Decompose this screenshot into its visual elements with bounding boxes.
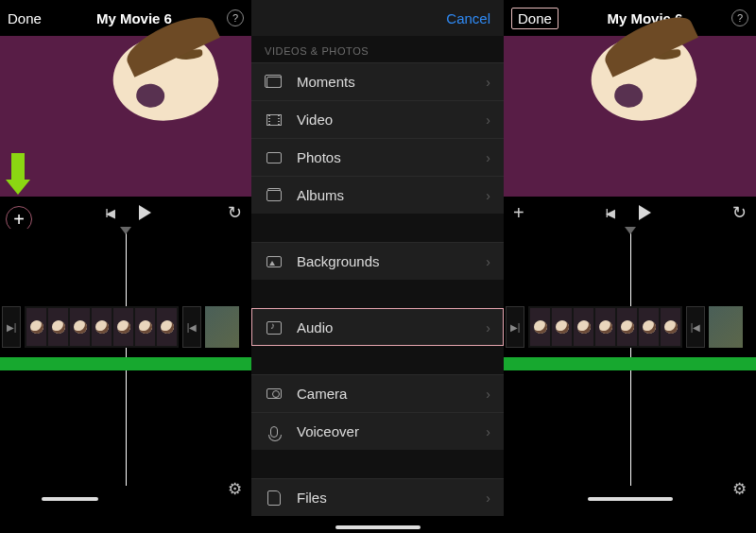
home-indicator — [42, 497, 98, 501]
row-label: Voiceover — [297, 423, 486, 439]
transport-bar: I◀ ↺ — [0, 197, 251, 229]
row-files[interactable]: Files › — [251, 478, 504, 516]
preview-art — [104, 24, 227, 132]
chevron-right-icon: › — [486, 387, 490, 402]
camera-icon — [265, 385, 284, 404]
chevron-right-icon: › — [486, 112, 490, 128]
chevron-right-icon: › — [486, 188, 490, 203]
settings-icon[interactable]: ⚙ — [732, 479, 747, 499]
row-label: Video — [297, 112, 486, 128]
add-media-button[interactable]: + — [513, 202, 524, 224]
play-button[interactable] — [639, 205, 651, 220]
chevron-right-icon: › — [486, 254, 490, 269]
backgrounds-icon — [265, 252, 284, 271]
settings-icon[interactable]: ⚙ — [228, 479, 242, 499]
picker-top-bar: Cancel — [251, 0, 504, 36]
row-label: Camera — [297, 386, 486, 402]
skip-start-button[interactable]: I◀ — [105, 206, 112, 220]
chevron-right-icon: › — [486, 320, 490, 335]
section-gap — [251, 280, 504, 308]
top-bar: Done My Movie 6 ? — [504, 0, 756, 36]
chevron-right-icon: › — [486, 150, 490, 165]
video-clip[interactable] — [25, 306, 179, 348]
timeline[interactable]: ▶| |◀ ⚙ — [0, 229, 251, 505]
moments-icon — [265, 73, 284, 92]
video-preview — [504, 36, 756, 197]
clip-next[interactable] — [205, 306, 239, 348]
row-video[interactable]: Video › — [251, 100, 504, 138]
video-clip[interactable] — [528, 306, 682, 348]
clip-handle-right[interactable]: |◀ — [686, 306, 705, 348]
row-photos[interactable]: Photos › — [251, 138, 504, 176]
chevron-right-icon: › — [486, 424, 490, 439]
help-icon[interactable]: ? — [227, 9, 244, 26]
help-icon[interactable]: ? — [731, 9, 748, 26]
done-button[interactable]: Done — [8, 10, 42, 26]
section-gap — [251, 346, 504, 374]
clip-handle-left[interactable]: ▶| — [2, 306, 21, 348]
clip-handle-right[interactable]: |◀ — [182, 306, 201, 348]
photos-icon — [265, 148, 284, 167]
tutorial-arrow-icon — [6, 153, 30, 195]
audio-track[interactable] — [504, 357, 756, 370]
editor-panel-step3: Done My Movie 6 ? + I◀ ↺ ▶| — [504, 0, 756, 533]
row-moments[interactable]: Moments › — [251, 62, 504, 100]
section-gap — [251, 214, 504, 242]
row-label: Backgrounds — [297, 253, 486, 269]
video-preview — [0, 36, 251, 197]
section-gap — [251, 450, 504, 478]
clip-row: ▶| |◀ — [0, 304, 251, 350]
row-label: Albums — [297, 187, 486, 203]
undo-button[interactable]: ↺ — [228, 202, 242, 223]
project-title: My Movie 6 — [558, 10, 731, 26]
audio-icon — [265, 318, 284, 337]
clip-row: ▶| |◀ — [504, 304, 756, 350]
preview-art — [583, 24, 706, 132]
editor-panel-step1: Done My Movie 6 ? + I◀ ↺ ▶| — [0, 0, 251, 533]
chevron-right-icon: › — [486, 75, 490, 90]
files-icon — [265, 489, 284, 507]
cancel-button[interactable]: Cancel — [446, 10, 490, 26]
mic-icon — [265, 422, 284, 441]
clip-next[interactable] — [709, 306, 743, 348]
undo-button[interactable]: ↺ — [732, 202, 747, 223]
done-button[interactable]: Done — [511, 8, 558, 29]
home-indicator — [335, 525, 421, 529]
skip-start-button[interactable]: I◀ — [606, 206, 613, 220]
albums-icon — [265, 186, 284, 205]
chevron-right-icon: › — [486, 490, 490, 506]
row-albums[interactable]: Albums › — [251, 176, 504, 214]
video-icon — [265, 111, 284, 129]
row-backgrounds[interactable]: Backgrounds › — [251, 242, 504, 280]
row-label: Files — [297, 490, 486, 506]
audio-track[interactable] — [0, 357, 251, 370]
row-camera[interactable]: Camera › — [251, 374, 504, 412]
row-label: Moments — [297, 74, 486, 90]
row-label: Audio — [297, 319, 486, 335]
row-label: Photos — [297, 149, 486, 165]
home-indicator — [588, 497, 673, 501]
section-header-videos-photos: VIDEOS & PHOTOS — [251, 36, 504, 62]
transport-bar: + I◀ ↺ — [504, 197, 756, 229]
play-button[interactable] — [139, 205, 151, 220]
row-audio[interactable]: Audio › — [251, 308, 504, 346]
clip-handle-left[interactable]: ▶| — [506, 306, 524, 348]
tutorial-triptych: Done My Movie 6 ? + I◀ ↺ ▶| — [0, 0, 756, 533]
media-picker-panel: Cancel VIDEOS & PHOTOS Moments › Video ›… — [251, 0, 504, 533]
timeline[interactable]: ▶| |◀ ⚙ — [504, 229, 756, 505]
row-voiceover[interactable]: Voiceover › — [251, 412, 504, 450]
